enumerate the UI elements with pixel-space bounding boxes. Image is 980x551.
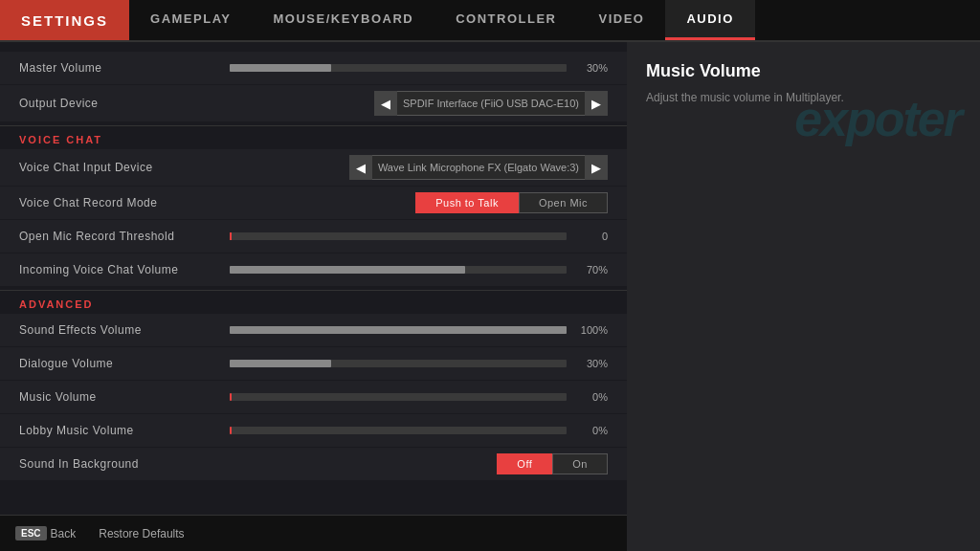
music-volume-fill — [230, 393, 232, 401]
open-mic-btn[interactable]: Open Mic — [519, 192, 608, 213]
back-label: Back — [51, 527, 77, 540]
footer: ESC Back Restore Defaults — [0, 515, 627, 551]
open-mic-threshold-fill — [230, 232, 232, 240]
master-volume-track[interactable] — [230, 64, 567, 72]
output-device-value: SPDIF Interface (FiiO USB DAC-E10) — [397, 91, 585, 116]
tab-controller[interactable]: CONTROLLER — [434, 0, 577, 40]
sound-effects-volume-fill — [230, 326, 567, 334]
tab-gameplay[interactable]: GAMEPLAY — [129, 0, 252, 40]
lobby-music-volume-track[interactable] — [230, 427, 567, 434]
header: SETTINGS GAMEPLAY MOUSE/KEYBOARD CONTROL… — [0, 0, 980, 42]
lobby-music-volume-control: 0% — [230, 425, 608, 436]
footer-restore-item[interactable]: Restore Defaults — [95, 527, 184, 540]
dialogue-volume-row: Dialogue Volume 30% — [0, 347, 627, 380]
master-volume-row: Master Volume 30% — [0, 52, 627, 84]
tab-audio[interactable]: AUDIO — [665, 0, 754, 40]
voice-chat-record-mode-label: Voice Chat Record Mode — [19, 196, 230, 209]
push-to-talk-btn[interactable]: Push to Talk — [415, 192, 519, 213]
sound-in-background-off-btn[interactable]: Off — [497, 453, 552, 474]
incoming-voice-volume-row: Incoming Voice Chat Volume 70% — [0, 253, 627, 286]
left-panel: Master Volume 30% Output Device ◀ SPDIF … — [0, 42, 627, 551]
music-volume-value: 0% — [574, 391, 608, 403]
open-mic-threshold-track[interactable] — [230, 232, 567, 240]
right-panel-title: Music Volume — [646, 61, 961, 81]
voice-chat-input-next[interactable]: ▶ — [585, 155, 608, 180]
master-volume-fill — [230, 64, 331, 72]
sound-in-background-toggle: Off On — [497, 453, 608, 474]
sound-effects-volume-value: 100% — [574, 324, 608, 336]
sound-in-background-row: Sound In Background Off On — [0, 448, 627, 480]
open-mic-threshold-control: 0 — [230, 231, 608, 242]
voice-chat-input-label: Voice Chat Input Device — [19, 161, 230, 174]
open-mic-threshold-value: 0 — [574, 231, 608, 242]
lobby-music-volume-fill — [230, 427, 232, 434]
lobby-music-volume-value: 0% — [574, 425, 608, 436]
restore-defaults-label[interactable]: Restore Defaults — [99, 527, 184, 540]
output-device-prev[interactable]: ◀ — [374, 91, 397, 116]
dialogue-volume-track[interactable] — [230, 360, 567, 367]
esc-key: ESC — [15, 526, 47, 540]
tab-mouse-keyboard[interactable]: MOUSE/KEYBOARD — [253, 0, 435, 40]
lobby-music-volume-label: Lobby Music Volume — [19, 424, 230, 437]
main-content: Master Volume 30% Output Device ◀ SPDIF … — [0, 42, 980, 551]
output-device-next[interactable]: ▶ — [585, 91, 608, 116]
master-volume-value: 30% — [574, 62, 608, 74]
music-volume-track[interactable] — [230, 393, 567, 401]
voice-chat-record-mode-row: Voice Chat Record Mode Push to Talk Open… — [0, 187, 627, 219]
footer-back-item: ESC Back — [15, 526, 76, 540]
advanced-section-header: ADVANCED — [0, 290, 627, 314]
tab-video[interactable]: VIDEO — [577, 0, 665, 40]
master-volume-label: Master Volume — [19, 61, 230, 75]
dialogue-volume-fill — [230, 360, 331, 367]
voice-chat-input-value: Wave Link Microphone FX (Elgato Wave:3) — [372, 155, 585, 180]
dialogue-volume-value: 30% — [574, 358, 608, 369]
right-panel: Music Volume Adjust the music volume in … — [627, 42, 980, 551]
voice-chat-input-row: Voice Chat Input Device ◀ Wave Link Micr… — [0, 149, 627, 186]
right-panel-description: Adjust the music volume in Multiplayer. — [646, 89, 961, 106]
master-volume-control: 30% — [230, 62, 608, 74]
sound-in-background-control: Off On — [230, 453, 608, 474]
incoming-voice-volume-track[interactable] — [230, 266, 567, 274]
dialogue-volume-label: Dialogue Volume — [19, 357, 230, 370]
sound-effects-volume-label: Sound Effects Volume — [19, 323, 230, 337]
sound-effects-volume-track[interactable] — [230, 326, 567, 334]
open-mic-threshold-row: Open Mic Record Threshold 0 — [0, 220, 627, 253]
settings-title: SETTINGS — [0, 0, 129, 40]
open-mic-threshold-label: Open Mic Record Threshold — [19, 230, 230, 243]
voice-chat-input-selector: ◀ Wave Link Microphone FX (Elgato Wave:3… — [230, 155, 608, 180]
output-device-selector: ◀ SPDIF Interface (FiiO USB DAC-E10) ▶ — [230, 91, 608, 116]
output-device-label: Output Device — [19, 97, 230, 110]
incoming-voice-volume-control: 70% — [230, 264, 608, 276]
voice-chat-section-header: VOICE CHAT — [0, 125, 627, 149]
sound-effects-volume-row: Sound Effects Volume 100% — [0, 314, 627, 346]
incoming-voice-volume-fill — [230, 266, 465, 274]
music-volume-label: Music Volume — [19, 390, 230, 404]
voice-chat-record-mode-control: Push to Talk Open Mic — [230, 192, 608, 213]
sound-effects-volume-control: 100% — [230, 324, 608, 336]
output-device-row: Output Device ◀ SPDIF Interface (FiiO US… — [0, 85, 627, 121]
voice-chat-record-mode-toggle: Push to Talk Open Mic — [415, 192, 608, 213]
dialogue-volume-control: 30% — [230, 358, 608, 369]
music-volume-control: 0% — [230, 391, 608, 403]
sound-in-background-on-btn[interactable]: On — [552, 453, 608, 474]
music-volume-row: Music Volume 0% — [0, 381, 627, 413]
voice-chat-input-prev[interactable]: ◀ — [349, 155, 372, 180]
sound-in-background-label: Sound In Background — [19, 457, 230, 471]
lobby-music-volume-row: Lobby Music Volume 0% — [0, 414, 627, 447]
incoming-voice-volume-value: 70% — [574, 264, 608, 276]
incoming-voice-volume-label: Incoming Voice Chat Volume — [19, 263, 230, 276]
